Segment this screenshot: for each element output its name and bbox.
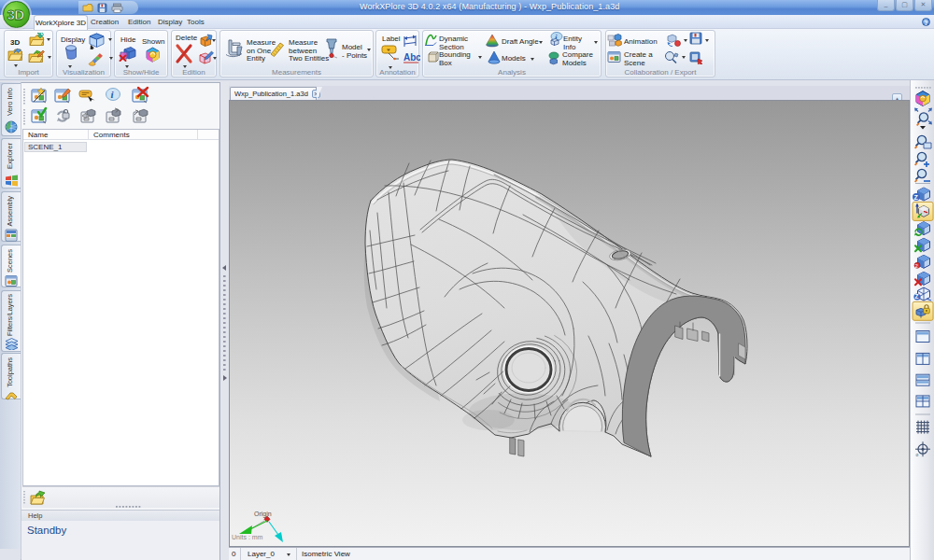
svg-text:Z: Z	[913, 194, 918, 201]
svg-text:o: o	[916, 452, 919, 457]
svg-text:Z: Z	[915, 293, 919, 300]
svg-text:Abc: Abc	[403, 52, 420, 63]
svg-text:Origin: Origin	[254, 511, 272, 518]
svg-text:Units : mm: Units : mm	[232, 534, 263, 540]
